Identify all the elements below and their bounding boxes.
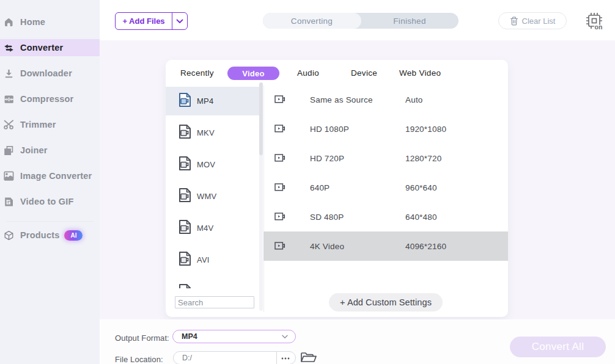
svg-text:on: on	[595, 23, 603, 31]
